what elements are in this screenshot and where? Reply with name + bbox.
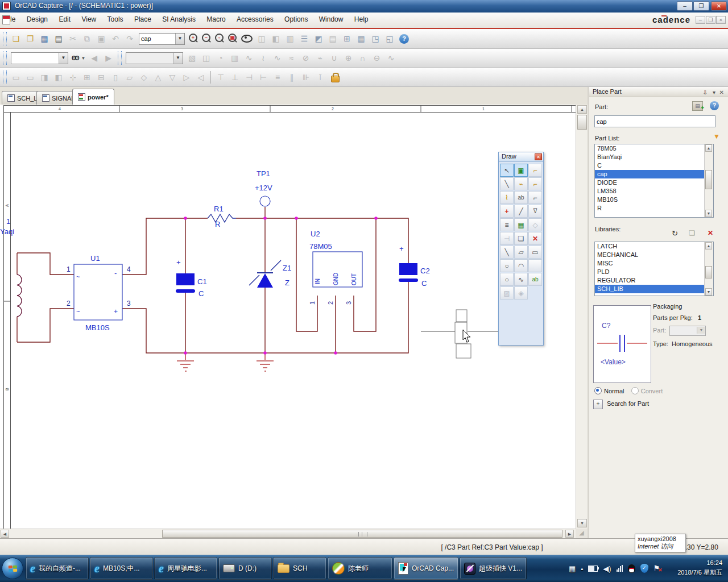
ime-keyboard-icon[interactable]: ▦ bbox=[569, 564, 576, 573]
open-document-icon[interactable]: ❐ bbox=[23, 32, 37, 45]
menu-si-analysis[interactable]: SI Analysis bbox=[158, 13, 200, 23]
taskbar-folder-sch[interactable]: SCH bbox=[273, 557, 326, 580]
place-off-page-connector-tool[interactable]: ◇ bbox=[528, 218, 542, 231]
scroll-down-icon[interactable]: ▼ bbox=[705, 210, 712, 217]
remove-library-icon[interactable]: ✕ bbox=[708, 229, 713, 237]
back-annotate-icon[interactable]: ◧ bbox=[269, 32, 283, 45]
toolbar-grip[interactable] bbox=[118, 51, 122, 65]
copy-icon[interactable]: ⧉ bbox=[80, 32, 94, 45]
si-report-icon[interactable]: ▥ bbox=[228, 51, 242, 65]
component-u1-mb10s[interactable]: U1 MB10S 1 2 4 3 ~ ~ - + bbox=[67, 254, 131, 332]
stretch-icon[interactable]: ⊟ bbox=[94, 70, 108, 84]
expand-icon[interactable]: + bbox=[593, 400, 603, 409]
group-icon[interactable]: ▭ bbox=[9, 70, 23, 84]
si-add-icon[interactable]: ⊕ bbox=[342, 51, 355, 65]
cross-reference-icon[interactable]: ◩ bbox=[312, 32, 325, 45]
place-elbow-wire-tool[interactable]: ⌐ bbox=[528, 191, 542, 204]
scroll-up-icon[interactable]: ▲ bbox=[705, 242, 712, 250]
menu-accessories[interactable]: Accessories bbox=[232, 13, 278, 23]
move-icon[interactable]: ⊹ bbox=[66, 70, 80, 84]
volume-icon[interactable]: ◀) bbox=[603, 564, 611, 573]
place-vcc-tool[interactable]: V̅ bbox=[528, 205, 542, 218]
pkg-part-combo[interactable]: ▼ bbox=[669, 326, 706, 336]
component-c2[interactable]: + C2 C bbox=[399, 244, 430, 288]
menu-place[interactable]: Place bbox=[130, 13, 156, 23]
si-audit-icon[interactable]: ◫ bbox=[200, 51, 213, 65]
part-list-item[interactable]: 78M05 bbox=[595, 144, 713, 153]
si-wave1-icon[interactable]: ≀ bbox=[257, 51, 270, 65]
forward-icon[interactable]: ▶ bbox=[102, 51, 115, 65]
list-scrollbar[interactable]: ▲ ▼ bbox=[704, 144, 713, 217]
taskbar-orcad[interactable]: OrCAD Cap... bbox=[394, 557, 458, 580]
back-icon[interactable]: ◀ bbox=[88, 51, 101, 65]
distribute-h-icon[interactable]: ≡ bbox=[271, 70, 284, 84]
battery-icon[interactable] bbox=[588, 566, 598, 572]
center-icon[interactable]: ⊺ bbox=[313, 70, 327, 84]
qq-icon[interactable] bbox=[628, 564, 635, 573]
taskbar-ie-channel[interactable]: e 我的自频道-... bbox=[26, 557, 89, 580]
close-icon[interactable]: ✕ bbox=[719, 88, 724, 97]
add-library-icon[interactable]: ❏ bbox=[689, 229, 695, 237]
taskbar-clock[interactable]: 16:24 2018/7/6 星期五 bbox=[677, 558, 722, 577]
align-right-icon[interactable]: ⊢ bbox=[257, 70, 270, 84]
component-c1[interactable]: + C1 C bbox=[176, 258, 207, 298]
project-manager-icon[interactable]: ⊞ bbox=[340, 32, 354, 45]
online-drc-icon[interactable]: ◳ bbox=[369, 32, 382, 45]
menu-edit[interactable]: Edit bbox=[54, 13, 75, 23]
menu-design[interactable]: Design bbox=[22, 13, 52, 23]
zoom-out-icon[interactable]: − bbox=[200, 32, 213, 45]
find-input[interactable] bbox=[11, 53, 59, 63]
redo-icon[interactable]: ↷ bbox=[123, 32, 136, 45]
ungroup-icon[interactable]: ▭ bbox=[23, 70, 37, 84]
vscroll-thumb[interactable] bbox=[577, 115, 587, 130]
part-list-item[interactable]: DIODE bbox=[595, 178, 713, 187]
part-list-item[interactable]: R bbox=[595, 204, 713, 213]
pointer-icon[interactable]: ◧ bbox=[52, 70, 65, 84]
align-bottom-icon[interactable]: ⊥ bbox=[228, 70, 242, 84]
taskbar-capture-tool[interactable]: 超级捕快 V1... bbox=[460, 557, 527, 580]
toolbar-grip[interactable] bbox=[3, 51, 7, 65]
place-bus-tool[interactable]: ╲ bbox=[500, 177, 514, 190]
place-ground-tool[interactable]: ≡ bbox=[500, 218, 514, 231]
mdi-minimize-button[interactable]: – bbox=[696, 16, 705, 24]
binoculars-search-icon[interactable]: ʘʘ bbox=[72, 55, 78, 61]
taskbar-drive-d[interactable]: D (D:) bbox=[218, 557, 272, 580]
scroll-up-icon[interactable]: ▲ bbox=[705, 144, 712, 152]
component-r1[interactable]: R1 R bbox=[208, 205, 236, 228]
part-list-item[interactable]: LM358 bbox=[595, 187, 713, 196]
minimize-button[interactable]: – bbox=[677, 1, 693, 11]
library-list-item[interactable]: LATCH bbox=[595, 242, 713, 251]
distribute-v-icon[interactable]: ∥ bbox=[285, 70, 299, 84]
place-wire-tool[interactable]: ⌐ bbox=[528, 164, 542, 177]
draw-palette-header[interactable]: Draw ✕ bbox=[499, 152, 543, 162]
draw-polyline-tool[interactable]: ∿ bbox=[514, 273, 528, 286]
si-stub-icon[interactable]: ⌁ bbox=[313, 51, 327, 65]
place-no-connect-tool[interactable]: ✕ bbox=[528, 232, 542, 245]
snap-to-grid-icon[interactable] bbox=[241, 35, 253, 43]
schematic-canvas[interactable]: 4 3 2 1 A B bbox=[0, 105, 588, 538]
part-name-input[interactable] bbox=[594, 115, 715, 127]
place-net-group-tool[interactable]: ⌇ bbox=[500, 191, 514, 204]
si-topology-icon[interactable]: ∪ bbox=[328, 51, 341, 65]
zoom-area-icon[interactable]: ▫ bbox=[213, 32, 226, 45]
part-search-input[interactable] bbox=[139, 34, 175, 44]
si-net-input[interactable] bbox=[126, 53, 173, 63]
flip-left-icon[interactable]: ◁ bbox=[194, 70, 208, 84]
place-text-tool[interactable]: ab bbox=[528, 273, 542, 286]
create-netlist-icon[interactable]: ☰ bbox=[297, 32, 311, 45]
design-rules-check-icon[interactable]: ▥ bbox=[283, 32, 297, 45]
flip-down-icon[interactable]: ▽ bbox=[166, 70, 179, 84]
draw-ellipse-tool[interactable]: ○ bbox=[500, 273, 514, 286]
filter-funnel-icon[interactable]: ▼ bbox=[713, 132, 720, 140]
pin-panel-icon[interactable]: ⇩ bbox=[703, 88, 708, 97]
flip-up-icon[interactable]: △ bbox=[151, 70, 165, 84]
place-hier-block-tool[interactable]: ▦ bbox=[514, 218, 528, 231]
select-line-tool[interactable]: ╲ bbox=[500, 246, 514, 259]
panel-menu-icon[interactable]: ▾ bbox=[713, 88, 715, 97]
tab-power[interactable]: power* bbox=[72, 89, 114, 105]
rotate-icon[interactable]: ▯ bbox=[109, 70, 122, 84]
toolbar-grip[interactable] bbox=[3, 70, 7, 84]
part-list-item[interactable]: C bbox=[595, 161, 713, 170]
zoom-in-icon[interactable]: + bbox=[187, 32, 200, 45]
select-ellipse-tool[interactable]: ○ bbox=[500, 259, 514, 272]
